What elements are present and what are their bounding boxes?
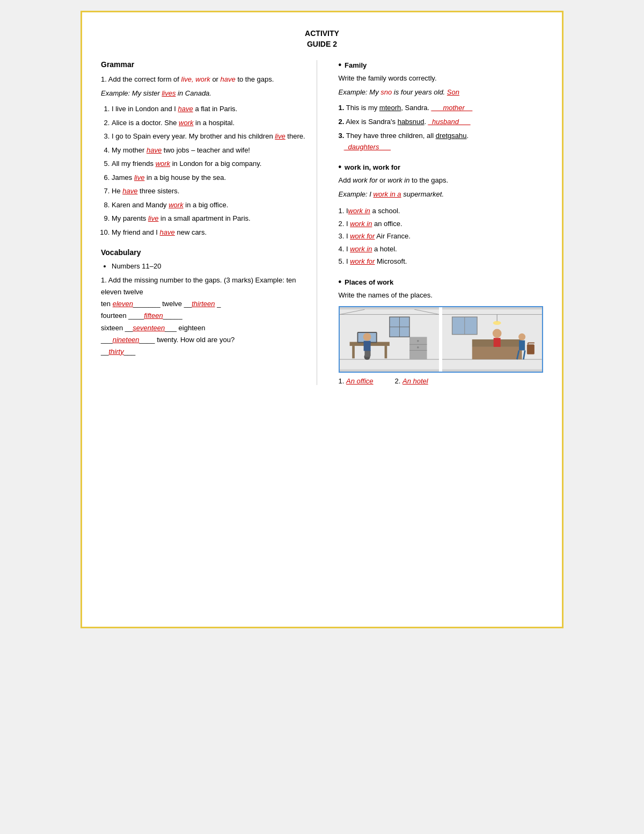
example-answer: lives [162, 89, 175, 97]
list-item: He have three sisters. [112, 186, 306, 197]
answer-2: work [179, 119, 193, 127]
work-example: Example: I work in a supermarket. [339, 189, 544, 200]
places-section: Places of work Write the names of the pl… [339, 277, 544, 385]
instr-red2: have [221, 75, 236, 83]
work-ans-1: work in [348, 207, 370, 215]
family-instruction: Write the family words correctly. [339, 73, 544, 84]
work-item-1: 1. Iwork in a school. [339, 205, 544, 217]
answer-husband: _husband___ [428, 118, 471, 126]
family-heading: Family [339, 60, 544, 70]
vocab-numbers-content: 1. Add the missing number to the gaps. (… [101, 274, 306, 358]
grammar-example: Example: My sister lives in Canada. [101, 88, 306, 99]
work-item-4: 4. I work in a hotel. [339, 243, 544, 255]
work-ans-5: work for [350, 257, 375, 265]
list-item: All my friends work in London for a big … [112, 158, 306, 169]
family-items: 1. This is my mteorh, Sandra. ___mother_… [339, 103, 544, 153]
family-section: Family Write the family words correctly.… [339, 60, 544, 153]
place-ans-1: An office [346, 377, 374, 385]
answer-nineteen: nineteen [113, 336, 140, 344]
answer-7: have [122, 187, 137, 195]
place-label-1: 1. An office [339, 377, 374, 385]
left-column: Grammar 1. Add the correct form of live,… [101, 60, 317, 385]
svg-rect-38 [527, 344, 535, 354]
answer-10: have [160, 228, 175, 236]
list-item: Alice is a doctor. She work in a hospita… [112, 118, 306, 128]
page: ACTIVITY GUIDE 2 Grammar 1. Add the corr… [80, 11, 564, 628]
list-item: My friend and I have new cars. [112, 227, 306, 238]
places-images [339, 306, 544, 373]
answer-thirty: thirty [108, 347, 123, 356]
title-line1: ACTIVITY [305, 29, 339, 38]
hotel-image [442, 307, 542, 372]
place-ans-2: An hotel [402, 377, 428, 385]
place-num-2: 2. [395, 377, 401, 385]
answer-9: live [148, 214, 159, 222]
example-end: in Canada. [178, 89, 211, 97]
svg-point-28 [493, 329, 502, 338]
svg-point-18 [416, 340, 419, 342]
grammar-instruction: 1. Add the correct form of live, work or… [101, 74, 306, 85]
list-item: My parents live in a small apartment in … [112, 213, 306, 224]
answer-1: have [178, 105, 193, 113]
vocab-heading: Vocabulary [101, 248, 306, 257]
list-item: I live in London and I have a flat in Pa… [112, 104, 306, 114]
svg-point-34 [518, 333, 525, 340]
vocab-line2: fourteen ____fifteen_____ [101, 310, 306, 322]
svg-rect-7 [384, 346, 387, 358]
svg-point-19 [416, 346, 419, 349]
answer-3: live [275, 132, 286, 140]
family-example-italic: sno [380, 88, 392, 96]
vocab-line5: __thirty___ [101, 346, 306, 358]
work-section: work in, work for Add work for or work i… [339, 162, 544, 267]
places-labels: 1. An office 2. An hotel [339, 377, 544, 385]
svg-point-33 [493, 321, 501, 324]
work-heading: work in, work for [339, 162, 544, 172]
family-item-2: 2. Alex is Sandra's habsnud. _husband___ [339, 117, 544, 128]
list-item: My mother have two jobs – teacher and wi… [112, 145, 306, 156]
work-ans-2: work in [350, 220, 372, 228]
work-heading-text: work in, work for [345, 163, 400, 171]
instr-or: or [212, 75, 220, 83]
vocab-instruction: 1. Add the missing number to the gaps. (… [101, 274, 306, 298]
vocab-line3: sixteen __seventeen___ eighteen [101, 322, 306, 334]
answer-6: live [134, 173, 145, 182]
answer-4: have [147, 146, 162, 154]
list-item: I go to Spain every year. My brother and… [112, 131, 306, 142]
grammar-list: I live in London and I have a flat in Pa… [101, 104, 306, 237]
svg-rect-27 [472, 347, 522, 359]
family-example-label: Example: My [339, 88, 381, 96]
scramble-3: dretgsahu [436, 132, 467, 140]
grammar-section: Grammar 1. Add the correct form of live,… [101, 60, 306, 237]
example-label: Example: My sister [101, 89, 162, 97]
answer-daughters: _daughters___ [344, 143, 391, 151]
answer-fifteen: fifteen [144, 311, 163, 320]
answer-mother: ___mother__ [431, 104, 473, 112]
answer-8: work [169, 201, 183, 209]
places-heading: Places of work [339, 277, 544, 287]
svg-rect-14 [363, 341, 370, 351]
family-example-mid: is four years old. [394, 88, 447, 96]
vocab-line4: ___nineteen____ twenty. How old are you? [101, 334, 306, 346]
instr-end: to the gaps. [237, 75, 274, 83]
list-item: Karen and Mandy work in a big office. [112, 200, 306, 211]
office-image [340, 307, 440, 372]
vocabulary-section: Vocabulary Numbers 11–20 1. Add the miss… [101, 248, 306, 358]
vocab-numbers-label: Numbers 11–20 [112, 262, 306, 270]
work-instr-italic1: work for [353, 176, 377, 184]
family-example: Example: My sno is four years old. Son [339, 87, 544, 98]
right-column: Family Write the family words correctly.… [333, 60, 544, 385]
work-instruction: Add work for or work in to the gaps. [339, 175, 544, 186]
answer-thirteen: thirteen [192, 300, 215, 308]
grammar-heading: Grammar [101, 60, 306, 69]
work-ans-4: work in [350, 245, 372, 253]
work-ans-3: work for [350, 232, 375, 240]
family-item-3: 3. They have three children, all dretgsa… [339, 130, 544, 153]
scramble-1: mteorh [379, 104, 401, 112]
work-item-5: 5. I work for Microsoft. [339, 255, 544, 267]
answer-seventeen: seventeen [133, 324, 165, 332]
vocab-line1: ten eleven_______ twelve __thirteen _ [101, 298, 306, 310]
instr-text1: 1. Add the correct form of [101, 75, 181, 83]
work-items: 1. Iwork in a school. 2. I work in an of… [339, 205, 544, 267]
instr-red1: live, work [181, 75, 210, 83]
family-item-1: 1. This is my mteorh, Sandra. ___mother_… [339, 103, 544, 114]
